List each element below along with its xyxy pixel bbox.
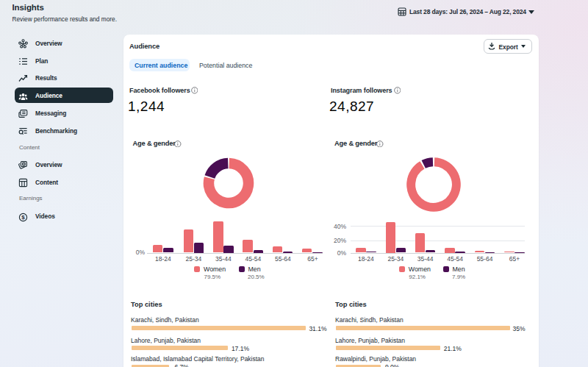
svg-text:$: $ xyxy=(21,214,25,221)
